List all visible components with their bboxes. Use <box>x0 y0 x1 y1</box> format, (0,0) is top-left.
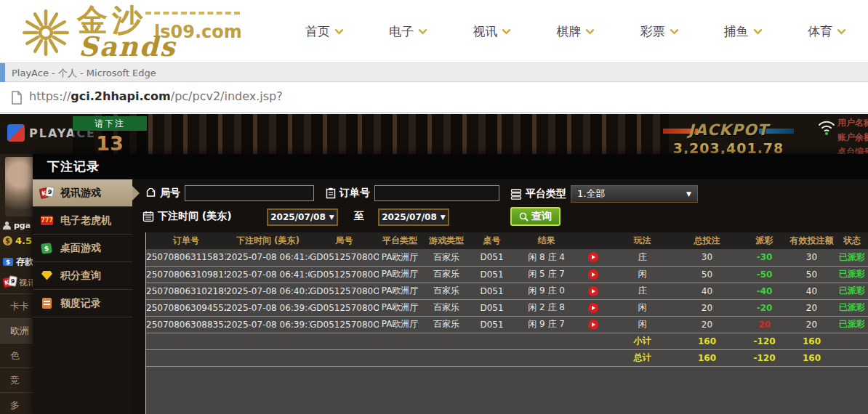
chevron-down-icon <box>334 25 344 35</box>
menu-item-slot-machines[interactable]: 777 电子老虎机 <box>33 207 132 235</box>
platform-icon <box>510 189 522 200</box>
filter-bar: 局号 <box>132 179 868 232</box>
col-table-no: 桌号 <box>472 232 512 249</box>
col-status: 状态 <box>835 232 868 249</box>
jackpot-label: JACKPOT <box>688 121 768 139</box>
video-background <box>95 114 669 156</box>
grand-total-label: 总计 <box>611 349 673 366</box>
url-path: /pc/pcv2/index.jsp? <box>171 89 283 103</box>
balance-label: 账户余额 <box>837 130 868 145</box>
menu-item-video-games[interactable]: K 9 视讯游戏 <box>33 179 132 207</box>
date-to-value: 2025/07/08 <box>382 212 437 222</box>
platform-type-value: 1.全部 <box>577 187 605 200</box>
chevron-down-icon <box>670 25 679 35</box>
modal-title: 下注记录 <box>33 154 868 179</box>
url-domain: gci.2hhapi.com <box>71 89 170 103</box>
date-from-value: 2025/07/08 <box>270 212 326 222</box>
rail-balance: $ 4.5 <box>3 235 32 246</box>
bet-records-table: 订单号 下注时间 (美东) 局号 平台类型 游戏类型 桌号 结果 玩法 总投注 <box>145 232 868 414</box>
rail-deposit-button[interactable]: $ 存款 <box>3 256 33 268</box>
menu-item-points-inquiry[interactable]: 积分查询 <box>33 262 132 290</box>
window-title: PlayAce - 个人 - Microsoft Edge <box>12 67 156 80</box>
clipboard-icon <box>326 187 336 199</box>
rail-tab[interactable]: 竞 <box>0 368 33 392</box>
money-bag-icon: $ <box>3 236 12 245</box>
menu-item-table-games[interactable]: $ 桌面游戏 <box>33 235 132 262</box>
table-empty-area <box>146 366 868 414</box>
caret-down-icon: ▼ <box>329 214 334 221</box>
username-label: 用户名称 <box>837 115 868 130</box>
document-icon <box>40 297 55 310</box>
col-order-id: 订单号 <box>146 232 226 249</box>
rail-tab[interactable]: 欧洲 <box>0 318 33 343</box>
slot-machine-icon: 777 <box>40 214 55 227</box>
col-valid-bet: 有效投注额 <box>788 232 835 249</box>
chevron-down-icon <box>502 25 511 35</box>
order-id-input[interactable] <box>374 185 499 201</box>
date-to-label: 至 <box>354 210 364 223</box>
play-video-icon[interactable] <box>588 252 598 262</box>
bet-timer-box: 请下注 13 <box>73 116 147 156</box>
round-id-input[interactable] <box>185 185 314 201</box>
game-page: PLAYACE 请下注 13 JACKPOT 3,203,401.78 <box>0 113 868 414</box>
play-video-icon[interactable] <box>588 286 598 296</box>
col-play: 玩法 <box>611 232 673 249</box>
bet-records-modal: 下注记录 K 9 视讯游戏 777 电子老虎机 <box>33 154 868 414</box>
main-nav: 首页 电子 视讯 棋牌 彩票 捕鱼 <box>282 0 868 63</box>
play-video-icon[interactable] <box>588 320 598 330</box>
round-id-label: 局号 <box>160 187 180 200</box>
cards-icon: K 9 <box>40 187 55 200</box>
account-info-panel: 用户名称 账户余额 桌台编号 <box>816 114 868 156</box>
caret-down-icon: ▼ <box>686 190 691 198</box>
table-row: 250708063088352 2025-07-08 06:39:12 GD05… <box>146 316 868 333</box>
address-bar[interactable]: https://gci.2hhapi.com/pc/pcv2/index.jsp… <box>0 82 868 113</box>
person-icon <box>3 222 11 230</box>
jackpot-display: JACKPOT 3,203,401.78 <box>663 121 794 156</box>
nav-item-lottery[interactable]: 彩票 <box>617 0 701 63</box>
rail-video-games[interactable]: K9 视讯 <box>3 276 33 289</box>
platform-type-select[interactable]: 1.全部 ▼ <box>571 185 698 203</box>
cards-icon: K9 <box>3 276 16 289</box>
dice-icon: $ <box>40 242 55 255</box>
status-badge: 已派彩 <box>835 283 868 299</box>
table-row: 250708063109815 2025-07-08 06:41:04 GD05… <box>146 266 868 283</box>
rail-username: pga <box>3 221 31 230</box>
modal-side-menu: K 9 视讯游戏 777 电子老虎机 $ <box>33 179 132 414</box>
play-video-icon[interactable] <box>588 269 598 280</box>
caret-down-icon: ▼ <box>441 214 446 221</box>
search-button[interactable]: 查询 <box>510 207 560 226</box>
nav-item-fishing[interactable]: 捕鱼 <box>701 0 784 63</box>
rail-tab[interactable]: 色 <box>0 343 33 368</box>
bet-countdown: 13 <box>73 131 147 156</box>
nav-item-live[interactable]: 视讯 <box>449 0 533 63</box>
play-video-icon[interactable] <box>588 303 598 313</box>
chevron-down-icon <box>418 25 427 35</box>
date-from-picker[interactable]: 2025/07/08 ▼ <box>267 208 338 226</box>
rail-tab[interactable]: 卡卡 <box>0 293 33 318</box>
sun-logo-icon <box>20 7 71 58</box>
url-text: https://gci.2hhapi.com/pc/pcv2/index.jsp… <box>29 89 283 103</box>
rail-tab[interactable]: 多 <box>0 392 33 414</box>
page-icon <box>10 91 23 105</box>
bet-status-label: 请下注 <box>73 116 147 131</box>
order-id-label: 订单号 <box>339 187 370 200</box>
logo-dashes <box>145 12 240 15</box>
date-to-picker[interactable]: 2025/07/08 ▼ <box>378 208 449 226</box>
table-row: 250708063115831 2025-07-08 06:41:43 GD05… <box>146 249 868 266</box>
titlebar-accent <box>0 63 5 82</box>
nav-item-cards[interactable]: 棋牌 <box>533 0 616 63</box>
nav-item-home[interactable]: 首页 <box>282 0 366 63</box>
col-round-id: 局号 <box>310 232 379 249</box>
nav-item-sports[interactable]: 体育 <box>784 0 868 63</box>
wifi-icon <box>817 118 836 136</box>
table-row: 250708063102189 2025-07-08 06:40:26 GD05… <box>146 283 868 299</box>
deposit-icon: $ <box>3 258 13 266</box>
subtotal-label: 小计 <box>611 333 673 349</box>
screen: 金沙 ls09.com Sands 首页 电子 视讯 棋牌 彩票 <box>0 0 868 414</box>
table-header-row: 订单号 下注时间 (美东) 局号 平台类型 游戏类型 桌号 结果 玩法 总投注 <box>146 232 868 249</box>
grand-total-row: 总计 160 -120 160 <box>146 349 868 366</box>
menu-item-credit-records[interactable]: 额度记录 <box>33 290 132 317</box>
modal-content: 局号 <box>132 179 868 414</box>
nav-item-slots[interactable]: 电子 <box>366 0 449 63</box>
table-row: 250708063094552 2025-07-08 06:39:48 GD05… <box>146 299 868 316</box>
